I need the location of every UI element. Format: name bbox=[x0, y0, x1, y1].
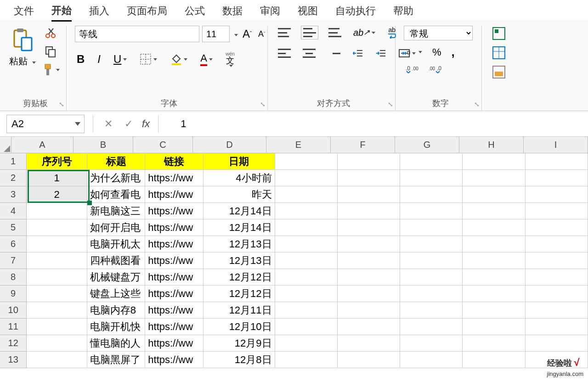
cell[interactable]: 序列号 bbox=[27, 153, 87, 170]
fill-color-button[interactable] bbox=[168, 52, 189, 66]
increase-indent-button[interactable] bbox=[373, 48, 388, 59]
select-all-corner[interactable] bbox=[0, 137, 11, 153]
cell[interactable]: https://ww bbox=[145, 335, 204, 352]
col-header-A[interactable]: A bbox=[11, 137, 74, 153]
cell[interactable]: 懂电脑的人 bbox=[87, 335, 146, 352]
increase-font-button[interactable]: Aˆ bbox=[241, 27, 254, 41]
tab-data[interactable]: 数据 bbox=[222, 4, 243, 21]
align-right-button[interactable] bbox=[326, 48, 342, 59]
cell[interactable] bbox=[275, 352, 338, 368]
formula-value[interactable]: 1 bbox=[167, 118, 186, 130]
cell[interactable]: https://ww bbox=[145, 252, 204, 269]
increase-decimal-button[interactable]: .0.00 bbox=[404, 64, 420, 75]
col-header-B[interactable]: B bbox=[74, 137, 133, 153]
cell[interactable]: 12月13日 bbox=[204, 252, 275, 269]
cell[interactable]: 电脑开机太 bbox=[87, 236, 146, 252]
cell[interactable]: 1 bbox=[27, 170, 87, 186]
conditional-formatting-button[interactable] bbox=[490, 26, 508, 41]
cell[interactable] bbox=[463, 236, 525, 252]
cell[interactable] bbox=[526, 286, 588, 302]
cell[interactable]: 12月8日 bbox=[204, 352, 275, 368]
tab-view[interactable]: 视图 bbox=[298, 4, 318, 21]
cell[interactable] bbox=[526, 203, 588, 219]
phonetic-button[interactable]: wén 文 bbox=[224, 50, 237, 68]
cell[interactable] bbox=[463, 302, 525, 319]
cell[interactable] bbox=[526, 219, 588, 236]
italic-button[interactable]: I bbox=[96, 52, 102, 67]
tab-page-layout[interactable]: 页面布局 bbox=[127, 4, 167, 21]
cell[interactable] bbox=[275, 170, 338, 186]
cell[interactable] bbox=[338, 219, 400, 236]
row-header[interactable]: 1 bbox=[0, 153, 27, 170]
cell[interactable] bbox=[400, 352, 463, 368]
cell[interactable] bbox=[275, 286, 338, 302]
cell[interactable] bbox=[463, 352, 525, 368]
cell[interactable] bbox=[275, 252, 338, 269]
clipboard-dialog-launcher[interactable]: ⤡ bbox=[59, 101, 64, 108]
align-bottom-button[interactable] bbox=[327, 27, 343, 38]
align-dialog-launcher[interactable]: ⤡ bbox=[388, 101, 393, 108]
cell[interactable] bbox=[400, 203, 463, 219]
cell[interactable] bbox=[27, 236, 87, 252]
format-as-table-button[interactable] bbox=[490, 45, 508, 61]
name-box[interactable]: A2 bbox=[6, 115, 85, 133]
number-format-select[interactable]: 常规 bbox=[404, 26, 473, 40]
bold-button[interactable]: B bbox=[75, 52, 86, 67]
cell[interactable]: 四种截图看 bbox=[87, 252, 146, 269]
cell[interactable]: https://ww bbox=[145, 219, 204, 236]
cell[interactable] bbox=[275, 335, 338, 352]
cell[interactable]: https://ww bbox=[145, 203, 204, 219]
cell[interactable]: 12月13日 bbox=[204, 236, 275, 252]
cell[interactable]: 2 bbox=[27, 186, 87, 203]
cell[interactable] bbox=[27, 335, 87, 352]
cell[interactable] bbox=[27, 219, 87, 236]
cell[interactable]: 如何开启电 bbox=[87, 219, 146, 236]
cell[interactable] bbox=[400, 236, 463, 252]
font-color-button[interactable]: A bbox=[198, 51, 215, 67]
cell[interactable] bbox=[526, 153, 588, 170]
cell[interactable] bbox=[338, 269, 400, 286]
cell[interactable] bbox=[27, 286, 87, 302]
cell[interactable] bbox=[400, 252, 463, 269]
cell[interactable] bbox=[526, 186, 588, 203]
row-header[interactable]: 8 bbox=[0, 269, 27, 286]
cell[interactable]: https://ww bbox=[145, 236, 204, 252]
cell[interactable] bbox=[338, 186, 400, 203]
cell[interactable]: 电脑开机快 bbox=[87, 319, 146, 335]
cell[interactable] bbox=[338, 352, 400, 368]
col-header-H[interactable]: H bbox=[459, 137, 524, 153]
cell[interactable]: https://ww bbox=[145, 286, 204, 302]
cell[interactable]: 12月12日 bbox=[204, 286, 275, 302]
cell[interactable] bbox=[526, 319, 588, 335]
col-header-E[interactable]: E bbox=[266, 137, 331, 153]
cell[interactable]: https://ww bbox=[145, 352, 204, 368]
tab-formulas[interactable]: 公式 bbox=[185, 4, 205, 21]
align-center-button[interactable] bbox=[301, 48, 317, 59]
cell[interactable]: 12月11日 bbox=[204, 302, 275, 319]
cell[interactable] bbox=[463, 219, 525, 236]
cell[interactable] bbox=[27, 203, 87, 219]
cell[interactable] bbox=[463, 269, 525, 286]
border-button[interactable] bbox=[138, 52, 159, 66]
cell[interactable] bbox=[275, 203, 338, 219]
orientation-button[interactable]: ab↗ bbox=[351, 27, 377, 39]
row-header[interactable]: 12 bbox=[0, 335, 27, 352]
cell[interactable]: 昨天 bbox=[204, 186, 275, 203]
row-header[interactable]: 2 bbox=[0, 170, 27, 186]
row-header[interactable]: 9 bbox=[0, 286, 27, 302]
font-name-select[interactable] bbox=[75, 26, 199, 42]
cell[interactable]: 键盘上这些 bbox=[87, 286, 146, 302]
row-header[interactable]: 3 bbox=[0, 186, 27, 203]
row-header[interactable]: 7 bbox=[0, 252, 27, 269]
cancel-formula-icon[interactable]: ✕ bbox=[102, 118, 115, 130]
fx-icon[interactable]: fx bbox=[142, 118, 150, 130]
row-header[interactable]: 13 bbox=[0, 352, 27, 368]
cell[interactable] bbox=[338, 153, 400, 170]
col-header-F[interactable]: F bbox=[331, 137, 395, 153]
cell[interactable]: 12月9日 bbox=[204, 335, 275, 352]
cell[interactable] bbox=[338, 319, 400, 335]
decrease-font-button[interactable]: Aˇ bbox=[256, 28, 267, 40]
cell[interactable]: 如何查看电 bbox=[87, 186, 146, 203]
cell[interactable] bbox=[275, 236, 338, 252]
decrease-indent-button[interactable] bbox=[351, 48, 365, 59]
